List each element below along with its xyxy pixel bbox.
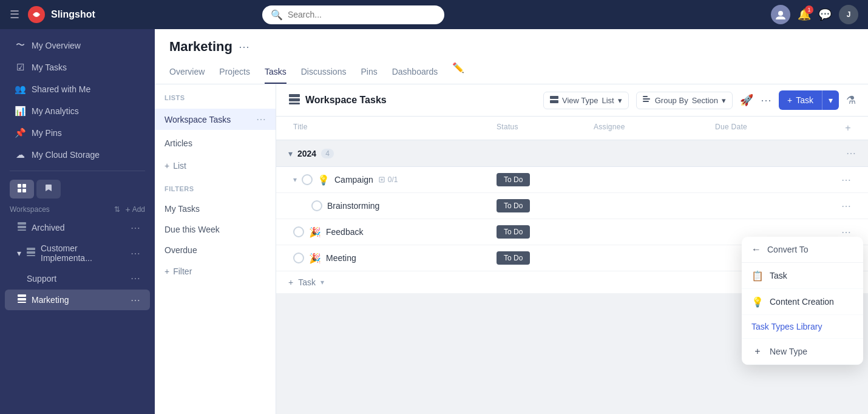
task-row-brainstorming: Brainstorming To Do ⋯ bbox=[276, 193, 868, 219]
add-workspace-button[interactable]: + Add bbox=[125, 205, 145, 214]
task-checkbox-campaign[interactable] bbox=[302, 174, 313, 185]
articles-label: Articles bbox=[164, 138, 192, 148]
add-list-button[interactable]: + List bbox=[155, 156, 276, 175]
sidebar-item-archived[interactable]: Archived ⋯ bbox=[5, 217, 150, 238]
section-2024-header: ▾ 2024 4 ⋯ bbox=[276, 140, 868, 167]
group-by-label: Group By bbox=[655, 96, 688, 105]
sidebar-item-marketing[interactable]: Marketing ⋯ bbox=[5, 290, 150, 310]
task-types-library-link[interactable]: Task Types Library bbox=[742, 315, 863, 339]
tab-overview[interactable]: Overview bbox=[169, 62, 205, 84]
section-chevron-icon[interactable]: ▾ bbox=[288, 149, 293, 158]
hamburger-icon[interactable]: ☰ bbox=[10, 8, 19, 21]
sidebar-divider bbox=[10, 171, 145, 171]
user-avatar[interactable]: J bbox=[839, 5, 858, 24]
notifications-button[interactable]: 🔔 1 bbox=[798, 8, 811, 21]
task-assignee-brainstorming[interactable] bbox=[589, 200, 710, 212]
task-due-feedback[interactable] bbox=[710, 226, 832, 238]
svg-rect-21 bbox=[643, 96, 648, 97]
convert-to-task[interactable]: 📋 Task bbox=[742, 263, 863, 289]
add-filter-button[interactable]: + Filter bbox=[155, 262, 276, 281]
task-due-campaign[interactable] bbox=[710, 174, 832, 186]
add-task-button[interactable]: + Task ▾ bbox=[779, 90, 839, 110]
task-more-campaign[interactable]: ⋯ bbox=[832, 168, 856, 192]
marketing-more-icon[interactable]: ⋯ bbox=[131, 294, 140, 306]
filter-item-due-this-week[interactable]: Due this Week bbox=[155, 220, 276, 239]
sidebar-item-shared-with-me[interactable]: 👥 Shared with Me bbox=[5, 79, 150, 100]
tab-dashboards[interactable]: Dashboards bbox=[392, 62, 438, 84]
task-more-brainstorming[interactable]: ⋯ bbox=[832, 194, 856, 218]
add-task-row-icon: + bbox=[288, 277, 293, 287]
convert-to-header[interactable]: ← Convert To bbox=[742, 237, 863, 263]
workspace-tasks-more-icon[interactable]: ⋯ bbox=[256, 114, 266, 125]
svg-rect-6 bbox=[22, 189, 26, 192]
layers-icon-marketing bbox=[17, 294, 27, 306]
task-expand-icon-campaign[interactable]: ▾ bbox=[293, 175, 297, 184]
add-task-dropdown-arrow[interactable]: ▾ bbox=[822, 90, 839, 110]
sidebar-item-my-analytics[interactable]: 📊 My Analytics bbox=[5, 101, 150, 121]
tab-tasks[interactable]: Tasks bbox=[265, 62, 287, 84]
workspaces-toggle[interactable] bbox=[10, 180, 34, 199]
page-title-row: Marketing ⋯ bbox=[169, 39, 853, 55]
convert-to-content-creation[interactable]: 💡 Content Creation bbox=[742, 289, 863, 315]
bookmarks-toggle[interactable] bbox=[36, 180, 61, 199]
task-checkbox-meeting[interactable] bbox=[293, 253, 304, 263]
sort-icon[interactable]: ⇅ bbox=[114, 205, 120, 214]
task-status-feedback[interactable]: To Do bbox=[492, 219, 589, 245]
tab-pins[interactable]: Pins bbox=[361, 62, 377, 84]
task-status-meeting[interactable]: To Do bbox=[492, 245, 589, 271]
add-task-row-chevron[interactable]: ▾ bbox=[320, 278, 324, 287]
sidebar-item-my-pins[interactable]: 📌 My Pins bbox=[5, 123, 150, 143]
task-types-library-label: Task Types Library bbox=[751, 322, 822, 331]
tab-discussions[interactable]: Discussions bbox=[301, 62, 347, 84]
support-more-icon[interactable]: ⋯ bbox=[131, 273, 140, 284]
sidebar-item-my-overview[interactable]: 〜 My Overview bbox=[5, 35, 150, 56]
search-bar[interactable]: 🔍 bbox=[262, 5, 444, 24]
filter-icon[interactable]: ⚗ bbox=[846, 93, 856, 107]
filter-item-overdue[interactable]: Overdue bbox=[155, 241, 276, 259]
more-options-icon[interactable]: ⋯ bbox=[761, 93, 771, 107]
task-assignee-meeting[interactable] bbox=[589, 252, 710, 264]
task-status-campaign[interactable]: To Do bbox=[492, 167, 589, 192]
svg-rect-11 bbox=[27, 251, 35, 254]
sidebar-item-customer-impl[interactable]: ▾ Customer Implementa... ⋯ bbox=[5, 239, 150, 267]
edit-tabs-icon[interactable]: ✏️ bbox=[452, 62, 464, 84]
task-checkbox-brainstorming[interactable] bbox=[311, 200, 322, 211]
task-due-brainstorming[interactable] bbox=[710, 200, 832, 212]
view-type-value: List bbox=[602, 96, 614, 105]
rocket-icon[interactable]: 🚀 bbox=[740, 93, 753, 107]
task-assignee-feedback[interactable] bbox=[589, 226, 710, 238]
customer-impl-more-icon[interactable]: ⋯ bbox=[131, 248, 140, 259]
new-type-item[interactable]: + New Type bbox=[742, 339, 863, 365]
chat-button[interactable]: 💬 bbox=[818, 8, 832, 21]
sidebar-item-cloud-storage[interactable]: ☁ My Cloud Storage bbox=[5, 144, 150, 165]
task-assignee-campaign[interactable] bbox=[589, 174, 710, 186]
archived-more-icon[interactable]: ⋯ bbox=[131, 222, 140, 234]
user-avatar-nav[interactable] bbox=[771, 5, 790, 24]
back-arrow-icon[interactable]: ← bbox=[751, 244, 761, 255]
content-creation-icon: 💡 bbox=[751, 296, 764, 308]
task-status-brainstorming[interactable]: To Do bbox=[492, 193, 589, 219]
view-type-button[interactable]: View Type List ▾ bbox=[543, 92, 629, 109]
app-logo[interactable]: Slingshot bbox=[27, 5, 95, 24]
svg-rect-15 bbox=[18, 302, 26, 303]
page-more-button[interactable]: ⋯ bbox=[239, 40, 249, 53]
section-more-icon[interactable]: ⋯ bbox=[846, 148, 856, 159]
sidebar-label-my-analytics: My Analytics bbox=[32, 106, 79, 116]
col-add-field[interactable]: + bbox=[832, 117, 856, 140]
group-by-button[interactable]: Group By Section ▾ bbox=[636, 92, 733, 109]
sidebar-item-support[interactable]: Support ⋯ bbox=[5, 268, 150, 288]
sidebar-item-my-tasks[interactable]: ☑ My Tasks bbox=[5, 57, 150, 78]
filter-item-my-tasks[interactable]: My Tasks bbox=[155, 200, 276, 218]
workspace-tasks-label: Workspace Tasks bbox=[164, 115, 231, 124]
add-task-main[interactable]: + Task bbox=[779, 90, 822, 110]
list-item-workspace-tasks[interactable]: Workspace Tasks ⋯ bbox=[155, 109, 276, 130]
svg-rect-5 bbox=[18, 189, 21, 192]
task-checkbox-feedback[interactable] bbox=[293, 226, 304, 237]
feedback-name: Feedback bbox=[326, 227, 363, 237]
search-input[interactable] bbox=[288, 10, 436, 19]
tab-projects[interactable]: Projects bbox=[219, 62, 250, 84]
section-title: 2024 bbox=[297, 149, 316, 158]
task-item-label: Task bbox=[770, 271, 787, 280]
list-item-articles[interactable]: Articles ⋯ bbox=[155, 132, 276, 154]
pins-icon: 📌 bbox=[15, 127, 25, 138]
